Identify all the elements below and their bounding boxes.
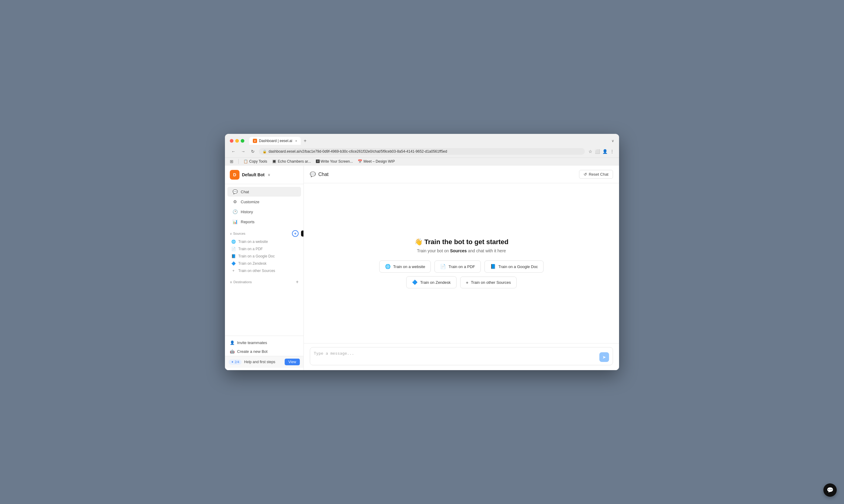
sidebar-item-history[interactable]: 🕐 History [227, 207, 301, 217]
close-traffic-light[interactable] [230, 139, 234, 143]
bookmark-button[interactable]: ☆ [588, 149, 592, 154]
other-sources-icon: + [231, 269, 236, 273]
chat-widget-icon: 💬 [827, 487, 833, 493]
invite-teammates-item[interactable]: 👤 Invite teammates [225, 338, 304, 347]
onboarding-text: Help and first steps [244, 360, 282, 364]
train-pdf-button[interactable]: 📄 Train on a PDF [434, 260, 481, 273]
sidebar-item-label: Reports [241, 220, 255, 224]
message-input[interactable] [314, 351, 597, 362]
bookmark-meet-design[interactable]: 📅 Meet – Design WIP [358, 159, 395, 164]
destinations-label-text: Destinations [234, 280, 252, 284]
chat-icon: 💬 [232, 189, 238, 194]
train-row-1: 🌐 Train on a website 📄 Train on a PDF 📘 … [379, 260, 544, 273]
tab-close-button[interactable]: × [295, 139, 297, 143]
zendesk-train-icon: 🔷 [412, 280, 418, 285]
sidebar: D Default Bot ∨ 💬 Chat ⚙ Customize 🕐 His… [225, 166, 304, 370]
minimize-traffic-light[interactable] [235, 139, 239, 143]
tab-bar: e Dashboard | eesel.ai × + [249, 137, 609, 145]
create-bot-icon: 🤖 [230, 349, 235, 354]
browser-chrome: e Dashboard | eesel.ai × + ∨ ← → ↻ 🔒 das… [225, 134, 619, 166]
train-other-button[interactable]: + Train on other Sources [460, 276, 517, 288]
address-bar: ← → ↻ 🔒 dashboard.eesel.ai/v2/bac1e79d-0… [225, 147, 619, 158]
sidebar-nav: 💬 Chat ⚙ Customize 🕐 History 📊 Reports [225, 184, 304, 336]
destinations-label[interactable]: ∨ Destinations [230, 280, 252, 284]
train-pdf-label: Train on a PDF [448, 265, 475, 269]
welcome-sub-post: and chat with it here [467, 248, 506, 253]
extension-button[interactable]: ⬜ [595, 149, 600, 154]
new-tab-button[interactable]: + [302, 137, 309, 144]
source-label: Train on a PDF [238, 247, 263, 251]
main-header: 💬 Chat ↺ Reset Chat [304, 166, 619, 183]
active-tab[interactable]: e Dashboard | eesel.ai × [249, 137, 301, 145]
sidebar-item-chat[interactable]: 💬 Chat [227, 187, 301, 197]
welcome-emoji: 👋 [414, 238, 425, 246]
source-pdf[interactable]: 📄 Train on a PDF [225, 245, 304, 253]
chrome-menu-button[interactable]: ⋮ [610, 149, 614, 154]
address-url: dashboard.eesel.ai/v2/bac1e79d-0d9f-4969… [269, 149, 581, 154]
welcome-sub-pre: Train your bot on [417, 248, 450, 253]
pdf-icon: 📄 [231, 247, 236, 251]
bot-dropdown-icon[interactable]: ∨ [268, 173, 271, 177]
forward-button[interactable]: → [240, 148, 247, 155]
train-other-label: Train on other Sources [471, 280, 511, 285]
back-button[interactable]: ← [230, 148, 237, 155]
onboarding-bar: ✦ 2/4 Help and first steps View [225, 356, 304, 368]
sidebar-footer: 👤 Invite teammates 🤖 Create a new Bot ✦ … [225, 336, 304, 370]
bookmarks-separator [238, 159, 239, 164]
bookmark-label: Copy Tools [249, 159, 267, 164]
train-zendesk-button[interactable]: 🔷 Train on Zendesk [406, 276, 457, 288]
view-onboarding-button[interactable]: View [285, 359, 300, 365]
train-website-button[interactable]: 🌐 Train on a website [379, 260, 431, 273]
message-input-area: ➤ [304, 343, 619, 370]
destinations-chevron: ∨ [230, 280, 232, 284]
sidebar-item-customize[interactable]: ⚙ Customize [227, 197, 301, 206]
train-google-doc-button[interactable]: 📘 Train on a Google Doc [484, 260, 544, 273]
source-label: Train on a website [238, 239, 268, 244]
send-button[interactable]: ➤ [599, 352, 609, 362]
pdf-train-icon: 📄 [440, 264, 446, 269]
sources-label[interactable]: ∨ Sources [230, 232, 245, 235]
security-icon: 🔒 [262, 150, 267, 154]
profile-button[interactable]: 👤 [602, 149, 607, 154]
bookmark-write-screen[interactable]: 🅼 Write Your Screen... [316, 159, 353, 164]
chat-widget-button[interactable]: 💬 [823, 483, 837, 497]
add-destination-button[interactable]: + [296, 279, 299, 285]
reset-icon: ↺ [584, 172, 587, 177]
invite-icon: 👤 [230, 340, 235, 345]
chat-area: 👋 Train the bot to get started Train you… [304, 183, 619, 343]
bookmark-icon: 🅼 [316, 159, 320, 164]
apps-icon[interactable]: ⊞ [230, 159, 234, 164]
source-website[interactable]: 🌐 Train on a website [225, 238, 304, 245]
main-content: 💬 Chat ↺ Reset Chat 👋 Train the bot to g… [304, 166, 619, 370]
address-actions: ☆ ⬜ 👤 ⋮ [588, 149, 614, 154]
sidebar-item-reports[interactable]: 📊 Reports [227, 217, 301, 227]
reset-chat-button[interactable]: ↺ Reset Chat [579, 170, 613, 179]
create-bot-item[interactable]: 🤖 Create a new Bot [225, 347, 304, 356]
browser-menu-button[interactable]: ∨ [612, 139, 614, 143]
source-zendesk[interactable]: 🔷 Train on Zendesk [225, 260, 304, 267]
maximize-traffic-light[interactable] [241, 139, 244, 143]
bookmark-label: Echo Chambers ar... [278, 159, 311, 164]
bookmark-copy-tools[interactable]: 📋 Copy Tools [243, 159, 267, 164]
send-icon: ➤ [602, 355, 606, 360]
train-website-label: Train on a website [393, 265, 425, 269]
welcome-section: 👋 Train the bot to get started Train you… [414, 238, 509, 253]
message-input-wrapper: ➤ [310, 347, 613, 365]
sidebar-item-label: Chat [241, 190, 249, 194]
sources-chevron: ∨ [230, 232, 232, 235]
address-input[interactable]: 🔒 dashboard.eesel.ai/v2/bac1e79d-0d9f-49… [259, 148, 585, 155]
new-source-button[interactable]: + New Source [292, 230, 299, 237]
create-bot-label: Create a new Bot [237, 349, 268, 354]
welcome-sub-bold: Sources [450, 248, 467, 253]
sources-label-text: Sources [233, 232, 245, 235]
traffic-lights [230, 139, 244, 143]
source-other[interactable]: + Train on other Sources [225, 267, 304, 274]
refresh-button[interactable]: ↻ [249, 148, 257, 155]
bookmark-echo-chambers[interactable]: 🔳 Echo Chambers ar... [272, 159, 311, 164]
customize-icon: ⚙ [232, 199, 238, 204]
onboarding-badge: ✦ 2/4 [228, 360, 242, 365]
welcome-title-text: Train the bot to get started [425, 238, 509, 246]
sidebar-header[interactable]: D Default Bot ∨ [225, 166, 304, 184]
source-google-doc[interactable]: 📘 Train on a Google Doc [225, 253, 304, 260]
welcome-subtitle: Train your bot on Sources and chat with … [414, 248, 509, 253]
